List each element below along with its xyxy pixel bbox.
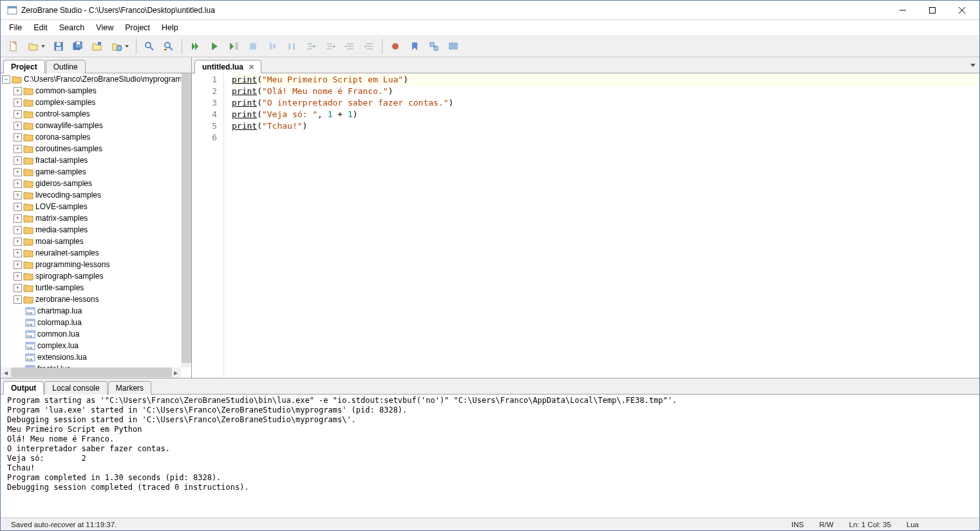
expander-icon[interactable]: +: [14, 226, 22, 234]
tree-vertical-scrollbar[interactable]: [181, 73, 191, 368]
expander-icon[interactable]: +: [14, 168, 22, 176]
recent-projects-button[interactable]: [108, 37, 132, 55]
tree-folder[interactable]: +coroutines-samples: [12, 143, 191, 154]
project-tree[interactable]: − C:\Users\Franco\ZeroBraneStudio\myprog…: [1, 73, 191, 378]
expander-icon[interactable]: +: [14, 272, 22, 281]
start-debug-button[interactable]: [186, 37, 204, 55]
expander-icon[interactable]: +: [14, 98, 22, 107]
expander-icon[interactable]: +: [14, 284, 22, 292]
project-from-file-button[interactable]: [88, 37, 106, 55]
menu-view[interactable]: View: [90, 21, 119, 35]
save-button[interactable]: [50, 37, 68, 55]
tab-outline[interactable]: Outline: [46, 60, 86, 73]
output-console[interactable]: Program starting as '"C:\Users\Franco\Ze…: [1, 395, 979, 517]
folder-icon: [23, 284, 33, 292]
expander-icon[interactable]: +: [14, 295, 22, 304]
watch-button[interactable]: [444, 37, 462, 55]
tree-folder[interactable]: +media-samples: [12, 224, 191, 236]
tree-file[interactable]: luachartmap.lua: [24, 305, 191, 317]
tree-file[interactable]: luacomplex.lua: [24, 340, 191, 351]
menu-help[interactable]: Help: [156, 21, 184, 35]
step-out-button[interactable]: [321, 37, 339, 55]
expander-icon[interactable]: +: [14, 180, 22, 188]
close-button[interactable]: [947, 1, 977, 19]
tree-folder[interactable]: +zerobrane-lessons: [12, 293, 191, 305]
run-button[interactable]: [205, 37, 223, 55]
tree-folder[interactable]: +matrix-samples: [12, 212, 191, 224]
tab-menu-button[interactable]: [968, 60, 978, 70]
new-file-button[interactable]: [5, 37, 23, 55]
tree-folder[interactable]: +common-samples: [12, 85, 191, 97]
expander-icon[interactable]: +: [14, 145, 22, 153]
menu-file[interactable]: File: [3, 21, 28, 35]
tree-folder[interactable]: +LOVE-samples: [12, 201, 191, 212]
tree-folder[interactable]: +complex-samples: [12, 97, 191, 108]
tree-folder[interactable]: +programming-lessons: [12, 259, 191, 270]
tree-folder[interactable]: +control-samples: [12, 108, 191, 120]
tree-folder[interactable]: +neuralnet-samples: [12, 247, 191, 259]
break-button[interactable]: [263, 37, 281, 55]
run-to-cursor-button[interactable]: [225, 37, 243, 55]
toggle-breakpoint-button[interactable]: [386, 37, 404, 55]
tree-folder[interactable]: +fractal-samples: [12, 154, 191, 166]
folder-icon: [23, 87, 33, 95]
maximize-button[interactable]: [918, 1, 947, 19]
stop-button[interactable]: [244, 37, 262, 55]
expander-icon[interactable]: +: [14, 214, 22, 223]
expander-icon[interactable]: +: [14, 238, 22, 246]
find-button[interactable]: [140, 37, 158, 55]
replace-button[interactable]: [160, 37, 178, 55]
tree-folder[interactable]: +moai-samples: [12, 236, 191, 247]
expander-icon[interactable]: +: [14, 203, 22, 211]
tree-folder[interactable]: +turtle-samples: [12, 282, 191, 293]
tree-root[interactable]: − C:\Users\Franco\ZeroBraneStudio\myprog…: [1, 73, 191, 85]
menu-project[interactable]: Project: [119, 21, 156, 35]
tab-markers[interactable]: Markers: [108, 381, 151, 395]
code-body[interactable]: print("Meu Primeiro Script em Lua")print…: [224, 73, 979, 378]
minimize-button[interactable]: [888, 1, 918, 19]
tree-folder[interactable]: +game-samples: [12, 166, 191, 178]
tab-output[interactable]: Output: [3, 381, 44, 395]
folder-icon: [23, 295, 33, 304]
expander-icon[interactable]: +: [14, 249, 22, 257]
expander-icon[interactable]: +: [14, 87, 22, 95]
step-outdent-button[interactable]: [360, 37, 378, 55]
tab-local-console[interactable]: Local console: [44, 381, 107, 395]
tab-project[interactable]: Project: [3, 60, 45, 73]
tree-file[interactable]: luacommon.lua: [24, 328, 191, 340]
expander-icon[interactable]: −: [2, 75, 10, 84]
menu-edit[interactable]: Edit: [28, 21, 53, 35]
tree-folder[interactable]: +conwaylife-samples: [12, 120, 191, 131]
step-over-button[interactable]: [302, 37, 320, 55]
tree-folder[interactable]: +spirograph-samples: [12, 270, 191, 282]
save-all-button[interactable]: [69, 37, 87, 55]
expander-icon[interactable]: +: [14, 122, 22, 130]
tree-folder[interactable]: +livecoding-samples: [12, 189, 191, 201]
scroll-right-icon[interactable]: ▸: [171, 368, 181, 378]
svg-rect-8: [57, 42, 61, 46]
step-into-button[interactable]: [283, 37, 301, 55]
menu-search[interactable]: Search: [53, 21, 91, 35]
folder-icon: [23, 110, 33, 118]
expander-icon[interactable]: +: [14, 156, 22, 165]
code-editor[interactable]: 1 2 3 4 5 6 print("Meu Primeiro Script e…: [192, 73, 979, 378]
tree-folder[interactable]: +gideros-samples: [12, 178, 191, 189]
expander-icon[interactable]: +: [14, 191, 22, 200]
expander-icon[interactable]: +: [14, 261, 22, 269]
open-file-button[interactable]: [24, 37, 48, 55]
folder-icon: [23, 168, 33, 176]
tree-file[interactable]: luaextensions.lua: [24, 351, 191, 363]
close-tab-icon[interactable]: ✕: [247, 63, 256, 71]
step-indent-button[interactable]: [341, 37, 359, 55]
tree-folder[interactable]: +corona-samples: [12, 131, 191, 143]
svg-rect-9: [56, 47, 61, 50]
tree-horizontal-scrollbar[interactable]: ◂ ▸: [1, 368, 181, 378]
svg-rect-3: [930, 7, 936, 13]
tree-file[interactable]: luacolormap.lua: [24, 317, 191, 328]
editor-tab[interactable]: untitled.lua ✕: [194, 60, 261, 73]
stack-button[interactable]: [425, 37, 443, 55]
expander-icon[interactable]: +: [14, 133, 22, 142]
toggle-bookmark-button[interactable]: [406, 37, 424, 55]
expander-icon[interactable]: +: [14, 110, 22, 118]
scroll-left-icon[interactable]: ◂: [1, 368, 11, 378]
